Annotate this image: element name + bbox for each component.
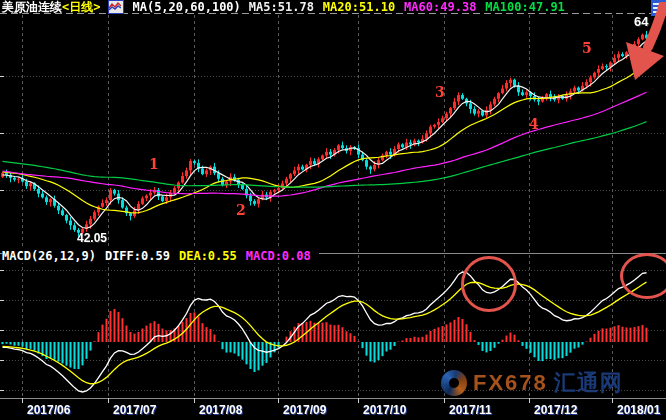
price-chart-canvas[interactable]	[0, 0, 666, 420]
macd-diff-value: DIFF:0.59	[105, 249, 170, 263]
wave-count-label: 5	[582, 42, 592, 55]
wave-count-label: 1	[149, 158, 159, 171]
trend-arrow-annotation	[624, 2, 666, 84]
ma-group-label: MA(5,20,60,100)	[132, 0, 240, 14]
fx678-logo: FX678 汇通网	[441, 368, 623, 398]
ma-value-label: MA5:51.78	[249, 0, 314, 14]
wave-count-label: 3	[435, 86, 445, 99]
wave-count-label: 2	[236, 204, 246, 217]
chart-window: 美原油连续<日线> MA(5,20,60,100) MA5:51.78MA20:…	[0, 0, 666, 420]
low-price-label: 42.05	[77, 231, 107, 245]
x-axis-label: 2017/08	[199, 403, 242, 417]
macd-header: MACD(26,12,9) DIFF:0.59 DEA:0.55 MACD:0.…	[2, 249, 319, 263]
macd-hist-value: MACD:0.08	[246, 249, 311, 263]
huitong-site-text: 汇通网	[554, 368, 623, 398]
x-axis-label: 2018/01	[617, 403, 660, 417]
x-axis-label: 2017/11	[449, 403, 492, 417]
indicator-header: 美原油连续<日线> MA(5,20,60,100) MA5:51.78MA20:…	[2, 0, 565, 14]
fx678-brand-text: FX678	[473, 370, 548, 396]
ma-value-label: MA60:49.38	[404, 0, 476, 14]
period-label: <日线>	[62, 0, 100, 14]
x-axis-label: 2017/06	[27, 403, 70, 417]
macd-dea-value: DEA:0.55	[179, 249, 237, 263]
macd-cross-circle	[620, 253, 666, 299]
fx678-logo-icon	[441, 370, 467, 396]
wave-count-label: 4	[529, 118, 539, 131]
symbol-name: 美原油连续	[2, 0, 62, 14]
x-axis-label: 2017/12	[534, 403, 577, 417]
macd-cross-circle	[461, 256, 517, 312]
ma-values: MA5:51.78MA20:51.10MA60:49.38MA100:47.91	[249, 0, 565, 14]
x-axis-label: 2017/10	[363, 403, 406, 417]
x-axis-label: 2017/09	[283, 403, 326, 417]
ma-value-label: MA20:51.10	[323, 0, 395, 14]
symbol-title: 美原油连续<日线>	[2, 0, 100, 14]
x-axis-label: 2017/07	[113, 403, 156, 417]
ma-value-label: MA100:47.91	[485, 0, 564, 14]
macd-title: MACD(26,12,9)	[2, 249, 96, 263]
chart-type-icon[interactable]	[108, 0, 124, 14]
